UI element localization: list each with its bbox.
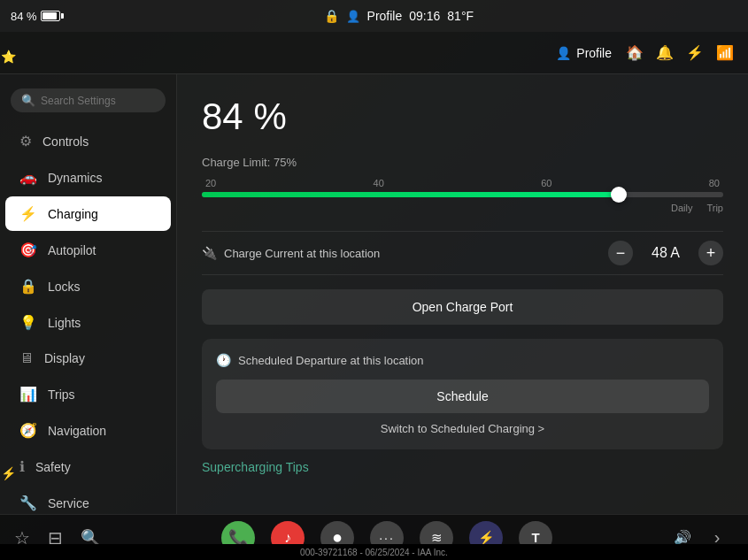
sidebar-label-controls: Controls — [42, 134, 89, 149]
safety-icon: ℹ — [19, 458, 25, 475]
charge-current-label: 🔌 Charge Current at this location — [202, 246, 380, 260]
clock-icon: 🕐 — [216, 353, 231, 367]
sidebar-label-locks: Locks — [48, 280, 81, 294]
profile-icon-status: 👤 — [346, 10, 360, 23]
body-area: 🔍 ⚙ Controls 🚗 Dynamics ⚡ Charging 🎯 Aut… — [0, 74, 748, 514]
charge-limit-label: Charge Limit: 75% — [202, 156, 723, 169]
left-edge: ⭐ ⚡ — [0, 32, 16, 498]
sidebar-item-autopilot[interactable]: 🎯 Autopilot — [5, 233, 171, 267]
slider-labels: 20 40 60 80 — [202, 178, 723, 188]
battery-fill — [42, 12, 57, 19]
sidebar-item-lights[interactable]: 💡 Lights — [5, 305, 171, 340]
lights-icon: 💡 — [19, 314, 37, 331]
sidebar-item-locks[interactable]: 🔒 Locks — [5, 269, 171, 303]
sidebar-item-navigation[interactable]: 🧭 Navigation — [5, 413, 171, 448]
service-icon: 🔧 — [19, 495, 37, 511]
slider-thumb[interactable] — [611, 187, 627, 203]
sidebar-item-dynamics[interactable]: 🚗 Dynamics — [5, 160, 171, 195]
sidebar: 🔍 ⚙ Controls 🚗 Dynamics ⚡ Charging 🎯 Aut… — [0, 74, 177, 514]
battery-percent: 84 % — [11, 10, 37, 23]
profile-section[interactable]: 👤 Profile — [556, 46, 612, 60]
battery-percent-display: 84 % — [202, 96, 723, 138]
home-icon[interactable]: 🏠 — [626, 44, 644, 61]
charging-panel: 84 % Charge Limit: 75% 20 40 60 80 Daily… — [177, 74, 748, 514]
status-left: 84 % — [11, 10, 60, 23]
plug-icon: 🔌 — [202, 246, 217, 260]
sidebar-label-trips: Trips — [48, 387, 75, 402]
sidebar-label-dynamics: Dynamics — [48, 171, 102, 185]
slider-tag-daily: Daily — [671, 203, 692, 213]
sidebar-label-service: Service — [48, 496, 89, 510]
charging-icon: ⚡ — [19, 205, 37, 222]
decrease-current-button[interactable]: − — [608, 241, 633, 265]
sidebar-item-safety[interactable]: ℹ Safety — [5, 449, 171, 484]
dynamics-icon: 🚗 — [19, 169, 37, 186]
sidebar-label-display: Display — [44, 351, 85, 365]
open-charge-port-button[interactable]: Open Charge Port — [202, 289, 723, 325]
charge-limit-slider-container[interactable]: 20 40 60 80 Daily Trip — [202, 178, 723, 213]
search-icon: 🔍 — [21, 94, 35, 107]
supercharging-tips-link[interactable]: Supercharging Tips — [202, 460, 723, 474]
trips-icon: 📊 — [19, 386, 37, 403]
lock-icon: 🔒 — [324, 9, 339, 23]
charge-current-control: − 48 A + — [608, 241, 723, 265]
slider-label-80: 80 — [709, 178, 720, 188]
battery-icon — [41, 11, 60, 21]
scheduled-departure-section: 🕐 Scheduled Departure at this location S… — [202, 339, 723, 449]
display-icon: 🖥 — [19, 350, 34, 366]
sidebar-label-safety: Safety — [35, 460, 71, 474]
sidebar-item-display[interactable]: 🖥 Display — [5, 341, 171, 375]
locks-icon: 🔒 — [19, 278, 37, 295]
slider-fill — [202, 192, 619, 197]
main-content: 👤 Profile 🏠 🔔 ⚡ 📶 🔍 ⚙ Controls — [0, 32, 748, 514]
sidebar-label-charging: Charging — [48, 207, 98, 221]
bell-icon[interactable]: 🔔 — [656, 44, 674, 61]
status-time: 09:16 — [409, 9, 440, 23]
slider-label-20: 20 — [205, 178, 216, 188]
schedule-button[interactable]: Schedule — [216, 380, 709, 413]
header-right: 👤 Profile 🏠 🔔 ⚡ 📶 — [556, 44, 734, 61]
battery-indicator: 84 % — [11, 10, 60, 23]
status-center: 🔒 👤 Profile 09:16 81°F — [324, 9, 474, 23]
search-input[interactable] — [41, 95, 155, 107]
sidebar-label-lights: Lights — [48, 316, 81, 330]
increase-current-button[interactable]: + — [698, 241, 723, 265]
sidebar-item-controls[interactable]: ⚙ Controls — [5, 124, 171, 158]
scheduled-header: 🕐 Scheduled Departure at this location — [216, 353, 709, 367]
slider-label-40: 40 — [374, 178, 384, 188]
status-temp: 81°F — [447, 9, 474, 23]
header-signal-icon: 📶 — [716, 44, 734, 61]
sidebar-label-navigation: Navigation — [48, 424, 106, 438]
left-edge-bottom-icon: ⚡ — [1, 466, 16, 480]
sidebar-item-trips[interactable]: 📊 Trips — [5, 377, 171, 411]
switch-charging-link[interactable]: Switch to Scheduled Charging > — [216, 422, 709, 435]
profile-person-icon: 👤 — [556, 46, 571, 60]
header-profile-label: Profile — [576, 46, 612, 60]
autopilot-icon: 🎯 — [19, 242, 37, 258]
slider-tags: Daily Trip — [202, 203, 723, 213]
charge-current-text: Charge Current at this location — [224, 247, 380, 260]
search-bar[interactable]: 🔍 — [11, 88, 166, 112]
status-bar: 84 % 🔒 👤 Profile 09:16 81°F — [0, 0, 748, 32]
navigation-icon: 🧭 — [19, 422, 37, 439]
header-bluetooth-icon[interactable]: ⚡ — [686, 44, 704, 61]
slider-label-60: 60 — [541, 178, 551, 188]
sidebar-item-service[interactable]: 🔧 Service — [5, 486, 171, 514]
slider-track[interactable] — [202, 192, 723, 197]
sidebar-item-charging[interactable]: ⚡ Charging — [5, 196, 171, 231]
scheduled-departure-label: Scheduled Departure at this location — [238, 354, 424, 367]
bottom-info-text: 000-39721168 - 06/25/2024 - IAA Inc. — [300, 548, 448, 557]
left-edge-top-icon: ⭐ — [1, 50, 16, 64]
slider-tag-trip: Trip — [706, 203, 723, 213]
header-icons: 🏠 🔔 ⚡ 📶 — [626, 44, 734, 61]
sidebar-label-autopilot: Autopilot — [48, 243, 96, 257]
controls-icon: ⚙ — [19, 133, 32, 150]
charge-current-value: 48 A — [644, 245, 688, 261]
header-bar: 👤 Profile 🏠 🔔 ⚡ 📶 — [0, 32, 748, 74]
bottom-info-bar: 000-39721168 - 06/25/2024 - IAA Inc. — [0, 544, 748, 560]
charge-current-row: 🔌 Charge Current at this location − 48 A… — [202, 231, 723, 275]
status-profile-label: Profile — [367, 9, 403, 23]
